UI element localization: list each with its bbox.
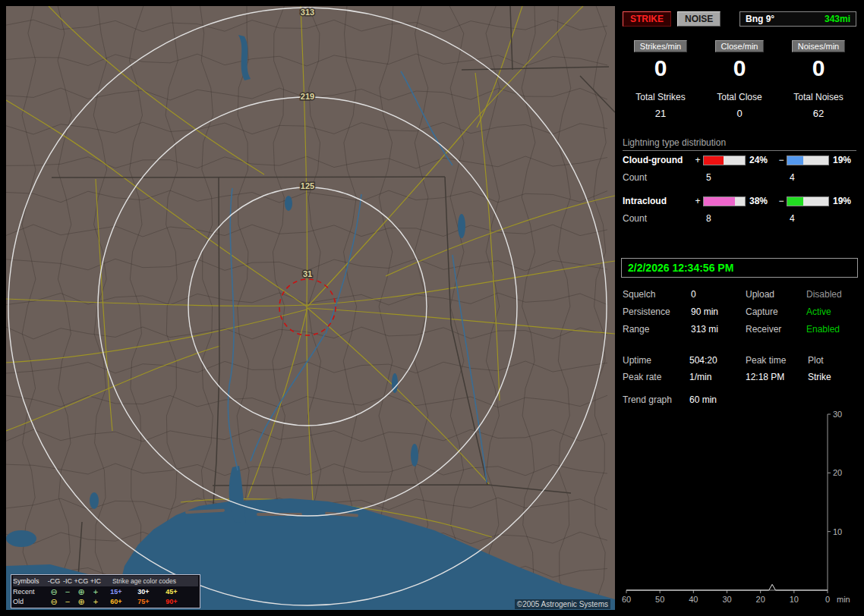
minus-sign: − <box>776 155 787 165</box>
status-row-squelch: Squelch 0 Upload Disabled <box>623 287 856 302</box>
bearing-range-readout: Bng 9° 343mi <box>739 11 856 27</box>
strike-mode-button[interactable]: STRIKE <box>623 11 671 27</box>
svg-text:60: 60 <box>622 595 631 604</box>
legend-col-pos-ic: +IC <box>89 577 102 585</box>
noises-per-min-button[interactable]: Noises/min <box>792 40 845 52</box>
minus-sign: − <box>776 196 787 206</box>
intracloud-label: Intracloud <box>623 196 692 206</box>
legend-old-row: Old ⊖ − ⊕ + 60+ 75+ 90+ <box>13 596 198 606</box>
cg-negative-count: 4 <box>787 172 829 183</box>
svg-text:40: 40 <box>689 595 698 604</box>
cg-negative-bar <box>787 156 829 165</box>
upload-label: Upload <box>746 289 806 300</box>
legend-col-neg-ic: -IC <box>61 577 74 585</box>
svg-text:0: 0 <box>825 595 830 604</box>
legend-recent-row: Recent ⊖ − ⊕ + 15+ 30+ 45+ <box>13 586 198 596</box>
legend-old-label: Old <box>13 598 46 605</box>
svg-text:10: 10 <box>833 527 842 536</box>
map-panel: 313 219 125 31 Symbols -CG -IC +CG +IC S… <box>6 6 615 610</box>
intracloud-row: Intracloud + 38% − 19% <box>623 192 856 210</box>
ic-positive-bar <box>703 196 746 206</box>
strikes-per-min-col: Strikes/min 0 <box>621 40 700 81</box>
pos-cg-recent-icon: ⊕ <box>74 588 89 596</box>
cg-positive-bar-fill <box>704 156 724 165</box>
receiver-status: Enabled <box>806 324 856 335</box>
ic-negative-bar <box>787 196 829 206</box>
map-legend: Symbols -CG -IC +CG +IC Strike age color… <box>11 574 200 608</box>
legend-col-neg-cg: -CG <box>46 577 61 585</box>
distribution-title: Lightning type distribution <box>623 137 856 151</box>
legend-symbols-header: Symbols <box>13 577 46 585</box>
range-value: 343mi <box>825 14 850 24</box>
squelch-value: 0 <box>691 289 746 300</box>
cloud-ground-label: Cloud-ground <box>623 155 692 165</box>
ring-label-125: 125 <box>301 181 314 190</box>
strikes-per-min-button[interactable]: Strikes/min <box>634 40 687 52</box>
age-75: 75+ <box>130 598 157 605</box>
legend-age-header: Strike age color codes <box>102 577 186 585</box>
strike-stats-panel: STRIKE NOISE Bng 9° 343mi Strikes/min 0 … <box>621 6 858 246</box>
age-15: 15+ <box>102 588 130 596</box>
noises-per-min-value: 0 <box>779 55 858 81</box>
ic-negative-pct: 19% <box>829 196 859 206</box>
total-close-label: Total Close <box>700 92 779 102</box>
plot-label: Plot <box>808 355 856 366</box>
svg-text:30: 30 <box>833 410 842 419</box>
range-setting-value: 313 mi <box>691 324 746 335</box>
trend-panel: Uptime 504:20 Peak time Plot Peak rate 1… <box>621 347 858 610</box>
svg-text:20: 20 <box>833 468 842 477</box>
ic-positive-count: 8 <box>703 213 746 224</box>
ic-count-label: Count <box>623 213 692 224</box>
neg-cg-recent-icon: ⊖ <box>46 588 61 596</box>
peak-rate-label: Peak rate <box>623 372 689 382</box>
cloud-ground-count-row: Count 5 4 <box>623 169 856 186</box>
ic-positive-bar-fill <box>704 197 735 206</box>
lightning-map: 313 219 125 31 <box>6 6 615 610</box>
uptime-label: Uptime <box>623 355 689 366</box>
svg-text:20: 20 <box>756 595 765 604</box>
trend-graph: 6050403020100min302010 <box>621 410 858 610</box>
ic-positive-pct: 38% <box>746 196 776 206</box>
squelch-label: Squelch <box>623 289 691 300</box>
ring-label-313: 313 <box>301 8 314 17</box>
cg-positive-count: 5 <box>703 172 746 183</box>
nexstorm-app: 313 219 125 31 Symbols -CG -IC +CG +IC S… <box>0 0 864 616</box>
cg-positive-bar <box>703 156 746 165</box>
legend-col-pos-cg: +CG <box>74 577 89 585</box>
peak-rate-row: Peak rate 1/min 12:18 PM Strike <box>623 369 856 385</box>
status-panel: 2/2/2026 12:34:56 PM Squelch 0 Upload Di… <box>621 255 858 341</box>
close-per-min-value: 0 <box>700 55 779 81</box>
ring-label-31: 31 <box>303 269 312 278</box>
ic-negative-bar-fill <box>787 197 803 206</box>
cg-count-label: Count <box>623 172 692 183</box>
cg-negative-bar-fill <box>787 156 803 165</box>
svg-text:30: 30 <box>722 595 731 604</box>
uptime-value: 504:20 <box>689 355 746 366</box>
uptime-row: Uptime 504:20 Peak time Plot <box>623 352 856 369</box>
status-row-range: Range 313 mi Receiver Enabled <box>623 322 856 337</box>
cloud-ground-row: Cloud-ground + 24% − 19% <box>623 151 856 169</box>
noise-mode-button[interactable]: NOISE <box>677 11 721 27</box>
mode-header-row: STRIKE NOISE Bng 9° 343mi <box>623 11 856 27</box>
totals-row: Total Strikes 21 Total Close 0 Total Noi… <box>621 92 858 119</box>
ic-negative-count: 4 <box>787 213 829 224</box>
strikes-per-min-value: 0 <box>621 55 700 81</box>
neg-ic-recent-icon: − <box>61 588 74 596</box>
persistence-value: 90 min <box>691 306 746 317</box>
persistence-label: Persistence <box>623 306 691 317</box>
noises-per-min-col: Noises/min 0 <box>779 40 858 81</box>
svg-text:min: min <box>837 595 850 604</box>
plot-value: Strike <box>808 372 856 382</box>
trend-window-value: 60 min <box>689 394 746 405</box>
datetime-display: 2/2/2026 12:34:56 PM <box>621 258 858 278</box>
close-per-min-col: Close/min 0 <box>700 40 779 81</box>
cg-negative-pct: 19% <box>829 155 859 165</box>
close-per-min-button[interactable]: Close/min <box>715 40 765 52</box>
plus-sign: + <box>692 155 703 165</box>
total-noises-value: 62 <box>779 108 858 119</box>
plus-sign: + <box>692 196 703 206</box>
total-strikes-label: Total Strikes <box>621 92 700 102</box>
bearing-value: Bng 9° <box>746 14 774 24</box>
age-30: 30+ <box>130 588 157 596</box>
age-90: 90+ <box>157 598 186 605</box>
